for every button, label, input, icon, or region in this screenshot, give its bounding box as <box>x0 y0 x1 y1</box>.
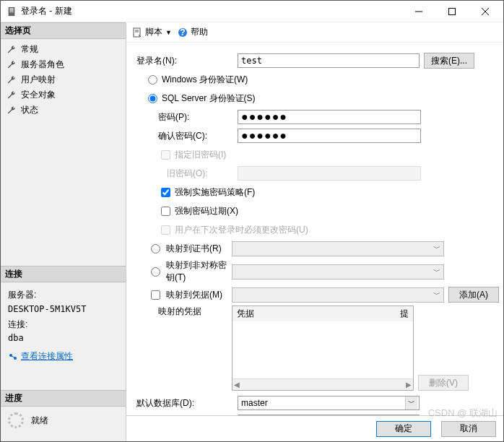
sidebar-item-label: 用户映射 <box>21 74 56 86</box>
mapped-creds-list[interactable]: 凭据 提 ◀▶ <box>232 306 414 391</box>
dialog-footer: 确定 取消 <box>126 415 503 441</box>
svg-rect-3 <box>9 12 13 12</box>
progress-status: 就绪 <box>31 415 48 427</box>
sql-auth-label: SQL Server 身份验证(S) <box>162 92 256 105</box>
minimize-button[interactable] <box>402 1 435 22</box>
chevron-down-icon: ﹀ <box>405 396 417 410</box>
confirm-password-input[interactable]: ●●●●●● <box>238 129 421 143</box>
cred-combo: ﹀ <box>232 287 444 303</box>
view-connection-props-link[interactable]: 查看连接属性 <box>8 350 73 363</box>
chevron-down-icon: ﹀ <box>433 243 440 254</box>
cert-combo: ﹀ <box>232 241 444 256</box>
password-label: 密码(P): <box>136 111 238 124</box>
link-icon <box>8 352 18 361</box>
sidebar-item-status[interactable]: 状态 <box>1 103 126 118</box>
default-lang-select[interactable]: <默认>﹀ <box>238 415 420 415</box>
specify-old-password-label: 指定旧密码(I) <box>175 149 226 161</box>
enforce-policy-checkbox[interactable] <box>161 188 170 197</box>
chevron-down-icon: ﹀ <box>433 266 440 277</box>
map-cred-checkbox[interactable] <box>151 290 160 300</box>
server-label: 服务器: <box>8 288 118 302</box>
enforce-policy-label: 强制实施密码策略(F) <box>175 186 255 199</box>
password-input[interactable]: ●●●●●● <box>238 110 421 124</box>
connection-header: 连接 <box>1 266 126 282</box>
sidebar-item-general[interactable]: 常规 <box>1 42 126 57</box>
progress-spinner-icon <box>8 412 24 428</box>
window-title: 登录名 - 新建 <box>21 5 402 17</box>
wrench-icon <box>6 45 17 55</box>
enforce-expiration-label: 强制密码过期(X) <box>175 205 238 217</box>
cancel-button[interactable]: 取消 <box>441 421 496 437</box>
svg-rect-2 <box>9 10 13 11</box>
script-button[interactable]: 脚本 ▼ <box>132 26 172 38</box>
conn-value: dba <box>8 332 118 345</box>
sidebar-item-label: 常规 <box>21 43 38 56</box>
horizontal-scrollbar[interactable]: ◀▶ <box>233 378 413 390</box>
cred-col-1: 凭据 <box>233 306 396 321</box>
titlebar: 登录名 - 新建 <box>1 1 503 22</box>
sidebar-item-label: 状态 <box>21 104 38 116</box>
must-change-label: 用户在下次登录时必须更改密码(U) <box>175 224 308 236</box>
connection-info: 服务器: DESKTOP-5M1KV5T 连接: dba 查看连接属性 <box>1 282 126 370</box>
conn-label: 连接: <box>8 318 118 332</box>
search-button[interactable]: 搜索(E)... <box>424 53 474 69</box>
sql-auth-radio[interactable] <box>148 94 157 103</box>
wrench-icon <box>6 105 17 116</box>
wrench-icon <box>6 60 17 70</box>
toolbar: 脚本 ▼ ? 帮助 <box>126 22 503 43</box>
help-icon: ? <box>178 27 188 38</box>
chevron-down-icon: ﹀ <box>433 290 440 300</box>
dropdown-icon: ▼ <box>165 29 172 36</box>
svg-text:?: ? <box>180 27 185 38</box>
svg-rect-5 <box>449 8 456 14</box>
default-db-select[interactable]: master﹀ <box>238 396 420 410</box>
asym-combo: ﹀ <box>232 264 444 280</box>
map-cred-label: 映射到凭据(M) <box>166 289 222 301</box>
sidebar-item-label: 服务器角色 <box>21 58 64 71</box>
windows-auth-radio[interactable] <box>148 75 157 84</box>
add-button[interactable]: 添加(A) <box>448 287 499 303</box>
map-asym-label: 映射到非对称密钥(T) <box>166 259 232 284</box>
svg-rect-1 <box>9 8 13 9</box>
sidebar-item-label: 安全对象 <box>21 89 56 101</box>
sidebar: 选择页 常规 服务器角色 用户映射 安全对象 状态 <box>1 22 126 441</box>
select-page-header: 选择页 <box>1 22 126 39</box>
sidebar-item-securables[interactable]: 安全对象 <box>1 87 126 103</box>
specify-old-password-checkbox <box>161 150 170 160</box>
wrench-icon <box>6 75 17 85</box>
old-password-input <box>238 166 421 181</box>
map-asym-radio[interactable] <box>151 267 160 277</box>
old-password-label: 旧密码(O): <box>136 168 238 180</box>
confirm-password-label: 确认密码(C): <box>136 130 238 142</box>
ok-button[interactable]: 确定 <box>376 421 431 437</box>
login-name-input[interactable] <box>238 53 420 68</box>
script-icon <box>132 27 142 38</box>
cred-col-2: 提 <box>396 306 413 321</box>
wrench-icon <box>6 90 17 100</box>
server-value: DESKTOP-5M1KV5T <box>8 303 118 316</box>
delete-button: 删除(V) <box>418 375 469 391</box>
close-button[interactable] <box>469 1 502 22</box>
sidebar-item-user-mapping[interactable]: 用户映射 <box>1 72 126 87</box>
login-name-label: 登录名(N): <box>136 55 238 67</box>
progress-header: 进度 <box>1 390 126 407</box>
sidebar-item-server-roles[interactable]: 服务器角色 <box>1 57 126 72</box>
default-db-label: 默认数据库(D): <box>136 397 238 410</box>
maximize-button[interactable] <box>435 1 469 22</box>
app-icon <box>6 6 17 17</box>
map-cert-label: 映射到证书(R) <box>166 243 222 255</box>
windows-auth-label: Windows 身份验证(W) <box>162 74 248 86</box>
help-button[interactable]: ? 帮助 <box>178 26 208 38</box>
mapped-creds-label: 映射的凭据 <box>136 306 232 318</box>
enforce-expiration-checkbox[interactable] <box>161 207 170 216</box>
must-change-checkbox <box>161 225 170 235</box>
svg-line-10 <box>12 356 14 358</box>
map-cert-radio[interactable] <box>151 244 160 254</box>
